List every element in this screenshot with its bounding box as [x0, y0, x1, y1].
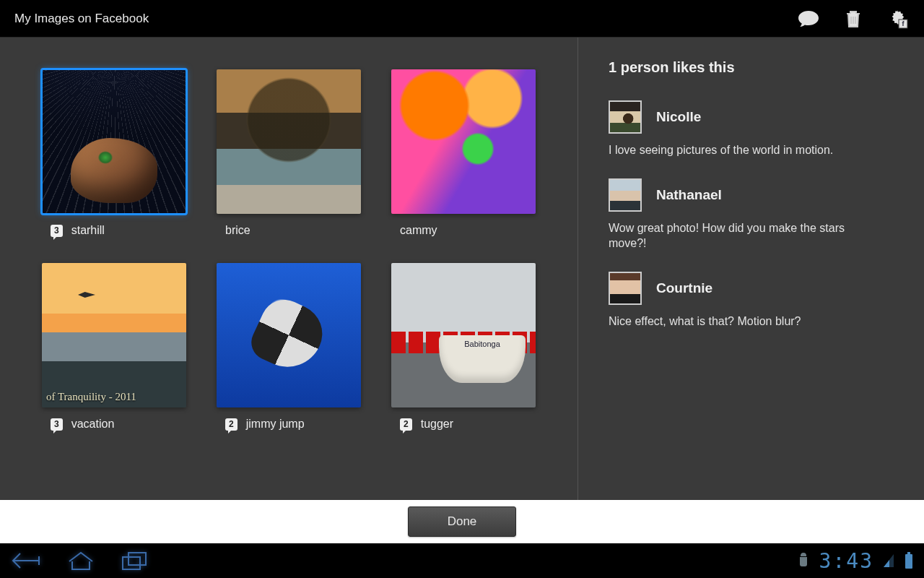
- image-thumbnail[interactable]: [217, 69, 361, 214]
- settings-share-icon[interactable]: f: [884, 4, 912, 33]
- svg-rect-2: [123, 557, 140, 569]
- page-title: My Images on Facebook: [14, 12, 149, 26]
- image-caption: starhill: [71, 224, 105, 237]
- image-grid-area: 3 starhill brice cammy: [0, 38, 578, 500]
- image-card[interactable]: brice: [217, 69, 361, 237]
- adb-icon: [796, 553, 811, 569]
- avatar: [609, 100, 642, 134]
- battery-icon: [904, 552, 914, 569]
- image-card[interactable]: 3 starhill: [42, 69, 186, 237]
- comment-icon[interactable]: [794, 4, 823, 33]
- comment-count-badge: 3: [51, 418, 63, 431]
- done-button[interactable]: Done: [408, 506, 517, 537]
- comment-count-badge: 2: [225, 418, 237, 431]
- image-thumbnail[interactable]: [391, 69, 536, 214]
- back-icon[interactable]: [10, 551, 42, 571]
- image-caption: vacation: [71, 418, 115, 431]
- comment-text: I love seeing pictures of the world in m…: [609, 142, 885, 158]
- home-icon[interactable]: [66, 550, 95, 571]
- top-bar: My Images on Facebook f: [0, 0, 924, 38]
- likes-heading: 1 person likes this: [609, 59, 885, 76]
- image-caption: brice: [225, 224, 250, 237]
- avatar: [609, 178, 642, 212]
- side-panel: 1 person likes this Nicolle I love seein…: [578, 38, 924, 500]
- comment-text: Wow great photo! How did you make the st…: [609, 220, 885, 251]
- main-content: 3 starhill brice cammy: [0, 38, 924, 500]
- svg-rect-5: [907, 552, 910, 554]
- avatar: [609, 272, 642, 305]
- system-nav-bar: 3:43: [0, 543, 924, 578]
- image-thumbnail[interactable]: [42, 263, 186, 407]
- comment-row: Nicolle I love seeing pictures of the wo…: [609, 100, 885, 158]
- commenter-name: Courtnie: [656, 280, 712, 296]
- signal-icon: [882, 553, 895, 569]
- comment-count-badge: 2: [400, 418, 412, 431]
- image-caption: cammy: [400, 224, 437, 237]
- comment-count-badge: 3: [51, 225, 63, 237]
- trash-icon[interactable]: [839, 4, 868, 33]
- image-caption: jimmy jump: [246, 418, 305, 431]
- footer-bar: Done: [0, 500, 924, 543]
- comment-text: Nice effect, what is that? Motion blur?: [609, 314, 885, 329]
- svg-rect-3: [128, 553, 146, 565]
- image-thumbnail[interactable]: [217, 263, 361, 407]
- image-card[interactable]: 3 vacation: [42, 263, 186, 431]
- image-grid: 3 starhill brice cammy: [42, 69, 549, 431]
- recent-apps-icon[interactable]: [120, 550, 149, 571]
- comment-row: Courtnie Nice effect, what is that? Moti…: [609, 272, 885, 329]
- clock: 3:43: [819, 549, 873, 573]
- image-caption: tugger: [421, 418, 453, 431]
- image-card[interactable]: 2 jimmy jump: [217, 263, 361, 431]
- svg-rect-4: [905, 554, 912, 569]
- commenter-name: Nicolle: [656, 109, 701, 125]
- image-thumbnail[interactable]: [42, 69, 186, 214]
- comment-row: Nathanael Wow great photo! How did you m…: [609, 178, 885, 251]
- commenter-name: Nathanael: [656, 187, 722, 203]
- image-thumbnail[interactable]: [391, 263, 536, 407]
- image-card[interactable]: cammy: [391, 69, 536, 237]
- image-card[interactable]: 2 tugger: [391, 263, 536, 431]
